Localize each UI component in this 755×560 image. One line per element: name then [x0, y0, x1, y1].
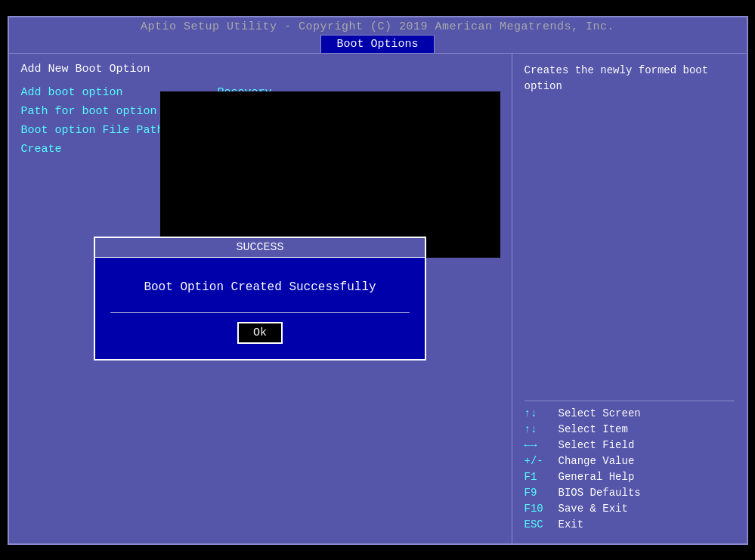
key-code-esc: ESC	[524, 518, 559, 531]
key-desc-general-help: General Help	[559, 471, 635, 483]
key-code-leftright: ←→	[524, 439, 559, 451]
help-text: Creates the newly formed boot option	[524, 63, 735, 94]
key-code-arrows1: ↑↓	[524, 407, 559, 419]
key-select-item: ↑↓ Select Item	[524, 423, 735, 435]
key-desc-select-item: Select Item	[559, 423, 628, 435]
key-legend: ↑↓ Select Screen ↑↓ Select Item ←→ Selec…	[524, 394, 735, 534]
key-f10: F10 Save & Exit	[524, 503, 735, 515]
modal-shadow	[160, 91, 500, 258]
left-panel: Add New Boot Option Add boot option Reco…	[9, 54, 512, 543]
key-desc-save-exit: Save & Exit	[559, 503, 628, 515]
key-code-f9: F9	[524, 487, 559, 499]
key-code-f10: F10	[524, 503, 559, 515]
key-desc-change-value: Change Value	[559, 455, 635, 467]
ok-button[interactable]: Ok	[237, 322, 283, 344]
modal-overlay: SUCCESS Boot Option Created Successfully…	[9, 54, 512, 543]
key-desc-exit: Exit	[559, 518, 584, 531]
key-select-screen: ↑↓ Select Screen	[524, 407, 735, 419]
key-code-plusminus: +/-	[524, 455, 559, 467]
modal-dialog: SUCCESS Boot Option Created Successfully…	[94, 237, 426, 360]
key-code-arrows2: ↑↓	[524, 423, 559, 435]
modal-title: SUCCESS	[95, 238, 425, 258]
title-bar: Aptio Setup Utility - Copyright (C) 2019…	[9, 17, 747, 53]
key-esc: ESC Exit	[524, 518, 735, 531]
bios-title: Aptio Setup Utility - Copyright (C) 2019…	[9, 20, 747, 33]
key-change-value: +/- Change Value	[524, 455, 735, 467]
modal-message: Boot Option Created Successfully	[110, 280, 410, 294]
active-tab[interactable]: Boot Options	[320, 35, 434, 53]
right-panel: Creates the newly formed boot option ↑↓ …	[512, 54, 747, 543]
key-desc-select-screen: Select Screen	[559, 407, 641, 419]
key-f1: F1 General Help	[524, 471, 735, 483]
key-desc-bios-defaults: BIOS Defaults	[559, 487, 641, 499]
key-code-f1: F1	[524, 471, 559, 483]
key-desc-select-field: Select Field	[559, 439, 635, 451]
key-f9: F9 BIOS Defaults	[524, 487, 735, 499]
key-select-field: ←→ Select Field	[524, 439, 735, 451]
